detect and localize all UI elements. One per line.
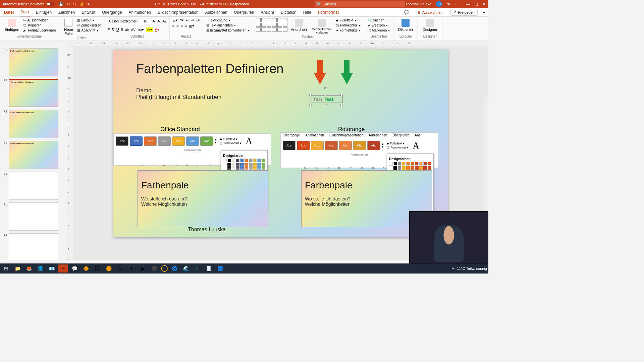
selection-handle[interactable] [325,94,327,96]
fill-button[interactable]: ◆ Fülleffekt ▾ [335,18,361,22]
text-direction-button[interactable]: ↕ Textrichtung ▾ [206,18,250,22]
reset-button[interactable]: ↺ Zurücksetzen [76,23,102,27]
bullets-icon[interactable]: ☷▾ [172,18,178,22]
app-icon[interactable]: 📑 [204,264,213,273]
firefox-icon[interactable]: 🦊 [24,264,34,273]
orange-arrow-shape[interactable] [314,60,326,84]
slide-thumbnail[interactable]: 39 [1,172,66,200]
close-icon[interactable]: ✕ [483,2,486,6]
justify-icon[interactable]: ≡ [185,24,187,28]
redo-icon[interactable]: ↷ [73,2,76,6]
autosave-toggle[interactable]: Automatisches Speichern [3,2,55,6]
outline-button[interactable]: ▢ Formkontur ▾ [335,23,361,27]
font-size-input[interactable] [142,18,152,24]
selected-textbox[interactable]: Test Test [311,95,343,103]
bold-button[interactable]: F [108,27,110,32]
font-color-button[interactable]: A▾ [155,27,159,32]
telegram-icon[interactable]: ✈ [127,264,136,273]
outdent-icon[interactable]: ⇤ [186,18,189,22]
onenote-icon[interactable]: N [115,264,125,273]
case-button[interactable]: Aa▾ [138,27,144,32]
maximize-icon[interactable]: ▢ [475,2,478,6]
highlight-button[interactable]: ab▾ [146,27,153,32]
chrome-icon[interactable]: 🌐 [36,264,45,273]
save-icon[interactable]: 💾 [59,2,63,6]
quick-styles-button[interactable]: Schnellformat- vorlagen [310,18,334,35]
explorer-icon[interactable]: 📁 [13,264,22,273]
chevron-down-icon[interactable]: ▾ [483,10,485,15]
app-icon[interactable]: 🌀 [170,264,179,273]
align-left-icon[interactable]: ≡ [172,24,174,28]
numbering-icon[interactable]: ≡▾ [180,18,184,22]
select-button[interactable]: ⬚ Markieren ▾ [367,28,390,33]
slide-thumbnails[interactable]: 35Farbenpaletten Definieren36Farbenpalet… [0,47,67,260]
comments-icon[interactable]: 💬 [404,10,409,15]
slide-thumbnail[interactable]: 37Farbenpaletten Definieren [1,110,66,138]
designer-button[interactable]: Designer [421,18,439,32]
app-icon[interactable] [161,265,168,272]
vlc-icon[interactable]: 🔶 [81,264,91,273]
smartart-button[interactable]: ⊞ In SmartArt konvertieren ▾ [206,28,250,33]
avatar[interactable]: TH [436,1,442,7]
selection-handle[interactable] [340,104,342,106]
shapes-gallery[interactable] [256,18,287,32]
chevron-down-icon[interactable]: ▾ [88,2,90,6]
tab-insert[interactable]: Einfügen [35,9,52,16]
green-arrow-shape[interactable] [341,60,353,84]
tab-transitions[interactable]: Übergänge [101,9,122,16]
toggle-switch[interactable] [47,2,55,6]
slide-thumbnail[interactable]: 40 [1,202,66,231]
app-icon[interactable]: 🟦 [215,264,225,273]
new-slide-button[interactable]: Neue Folie [62,18,75,36]
tab-file[interactable]: Datei [3,9,14,16]
shadow-button[interactable]: ab [125,27,129,32]
selection-handle[interactable] [340,94,342,96]
touch-icon[interactable]: ☝ [79,2,84,6]
tab-dictation[interactable]: Dictation [280,9,297,16]
share-button[interactable]: ↗ Freigeben [450,9,478,16]
align-center-icon[interactable]: ≡ [176,24,178,28]
underline-button[interactable]: U [116,27,119,32]
shrink-font-icon[interactable]: A↓ [157,19,162,23]
start-button[interactable]: ⊞ [1,264,11,273]
tab-view[interactable]: Ansicht [260,9,275,16]
section-button[interactable]: ☰ Abschnitt ▾ [76,28,102,33]
tab-start[interactable]: Start [20,8,30,16]
slide-thumbnail[interactable]: 36Farbenpaletten Definieren [1,79,66,107]
align-right-icon[interactable]: ≡ [180,24,182,28]
slide[interactable]: Farbenpaletten Definieren Demo Pfeil (Fü… [113,50,448,237]
strike-button[interactable]: S̶ [121,27,123,32]
powerpoint-icon[interactable]: P [58,264,68,273]
user-name[interactable]: Thomas Hruska [405,2,431,6]
slide-thumbnail[interactable]: 41 [1,233,66,260]
clear-format-icon[interactable]: Aₓ [162,19,166,23]
indent-icon[interactable]: ⇥ [191,18,194,22]
app-icon[interactable]: 💬 [70,264,79,273]
copy-button[interactable]: ⿻ Kopieren [22,23,56,27]
search-box[interactable]: 🔍 Suchen [315,1,405,7]
slide-title[interactable]: Farbenpaletten Definieren [136,62,283,76]
ruler-vertical[interactable]: 12111098765432101234567 [67,47,73,260]
ribbon-toggle-icon[interactable]: ▭ [455,2,458,6]
text-align-button[interactable]: ⊟ Text ausrichten ▾ [206,23,250,27]
weather-widget[interactable]: ☀ 11°C Teilw. sonnig [451,266,487,271]
outlook-icon[interactable]: 📧 [47,264,56,273]
selection-handle[interactable] [325,104,327,106]
effects-button[interactable]: ✦ Formeffekte ▾ [335,28,361,33]
tab-animations[interactable]: Animationen [128,9,152,16]
obs-icon[interactable]: ⚫ [150,264,159,273]
selection-handle[interactable] [309,94,312,96]
tab-record[interactable]: Aufzeichnen [205,9,228,16]
undo-icon[interactable]: ↶ [67,2,70,6]
tab-design[interactable]: Entwurf [81,9,96,16]
replace-button[interactable]: ⇄ Ersetzen ▾ [367,23,390,27]
coming-soon-icon[interactable]: ⚗ [447,2,450,6]
dictate-button[interactable]: Diktieren [396,18,415,32]
ruler-horizontal[interactable]: 1615141312111098765432101234567891011121… [67,41,488,47]
slide-thumbnail[interactable]: 38Farbenpaletten Definieren [1,141,66,169]
edge-icon[interactable]: 🌊 [181,264,191,273]
slide-thumbnail[interactable]: 35Farbenpaletten Definieren [1,48,66,76]
columns-icon[interactable]: ▥▾ [189,24,194,28]
arrange-button[interactable]: Anordnen [289,18,309,32]
tab-help[interactable]: Hilfe [303,9,312,16]
